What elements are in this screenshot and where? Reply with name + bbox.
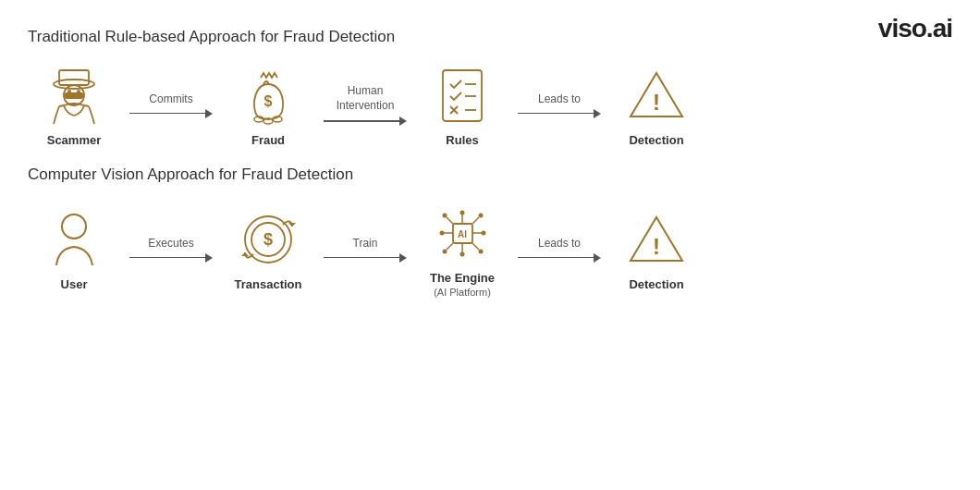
arrow-leads1-label: Leads to (538, 92, 581, 105)
arrow-commits: Commits (120, 92, 222, 118)
rules-item: Rules (416, 63, 508, 147)
arrow-leads2: Leads to (508, 237, 610, 263)
svg-line-34 (447, 217, 453, 224)
detection1-item: ! Detection (610, 63, 703, 147)
section1-title: Traditional Rule-based Approach for Frau… (28, 28, 952, 46)
arrow-leads2-line (518, 253, 601, 263)
section2-title: Computer Vision Approach for Fraud Detec… (28, 165, 952, 184)
user-icon (42, 207, 106, 272)
user-label: User (61, 277, 88, 291)
svg-text:!: ! (653, 90, 660, 115)
svg-rect-1 (59, 70, 89, 85)
engine-label: The Engine (430, 271, 495, 285)
arrow-train-line (324, 253, 407, 263)
arrow-executes-label: Executes (148, 237, 193, 250)
arrow-train: Train (314, 237, 416, 263)
detection2-icon: ! (624, 207, 689, 272)
svg-point-29 (459, 251, 464, 256)
detection1-label: Detection (629, 133, 683, 147)
svg-text:$: $ (263, 93, 272, 109)
svg-point-18 (62, 214, 86, 239)
svg-line-40 (472, 243, 479, 250)
diagram-row-1: Scammer Commits (28, 63, 952, 147)
svg-point-37 (478, 213, 483, 217)
svg-text:AI: AI (458, 229, 467, 239)
arrow-executes: Executes (120, 237, 222, 263)
svg-marker-22 (288, 223, 296, 227)
svg-line-36 (472, 217, 479, 224)
arrow-leads2-label: Leads to (538, 237, 581, 250)
fraud-label: Fraud (251, 133, 285, 147)
arrow-commits-label: Commits (149, 92, 192, 105)
arrow-leads1: Leads to (508, 92, 610, 118)
arrow-executes-line (129, 253, 213, 263)
arrow-leads1-line (518, 109, 601, 118)
transaction-label: Transaction (235, 277, 302, 291)
svg-line-38 (447, 243, 453, 250)
detection2-label: Detection (629, 277, 683, 291)
transaction-icon: $ (236, 207, 300, 272)
svg-point-4 (67, 90, 71, 93)
svg-point-39 (442, 249, 447, 253)
page-container: viso.ai Traditional Rule-based Approach … (0, 0, 980, 490)
scammer-item: Scammer (28, 63, 120, 147)
scammer-icon (42, 63, 106, 128)
engine-sublabel: (AI Platform) (434, 287, 491, 298)
svg-marker-23 (241, 252, 249, 256)
arrow-human: Human Intervention (314, 84, 416, 126)
svg-point-41 (478, 249, 483, 253)
rules-label: Rules (446, 133, 478, 147)
arrow-train-label: Train (353, 237, 378, 250)
engine-icon: AI (430, 201, 495, 265)
transaction-item: $ Transaction (222, 207, 314, 291)
rules-icon (430, 63, 495, 128)
svg-text:!: ! (653, 234, 660, 259)
scammer-label: Scammer (47, 133, 102, 147)
brand-logo: viso.ai (878, 14, 952, 43)
svg-point-5 (77, 90, 80, 93)
user-item: User (28, 207, 120, 291)
section-2: Computer Vision Approach for Fraud Detec… (28, 165, 952, 298)
arrow-human-label: Human Intervention (337, 84, 395, 113)
detection1-icon: ! (624, 63, 689, 128)
section-1: Traditional Rule-based Approach for Frau… (28, 28, 952, 147)
fraud-icon: $ (236, 63, 300, 128)
arrow-commits-line (129, 109, 213, 118)
svg-point-35 (442, 213, 447, 217)
engine-item: AI (416, 201, 508, 298)
svg-point-27 (459, 210, 464, 214)
svg-point-33 (481, 230, 485, 235)
detection2-item: ! Detection (610, 207, 703, 291)
arrow-human-line (324, 116, 407, 126)
fraud-item: $ Fraud (222, 63, 314, 147)
diagram-row-2: User Executes (28, 201, 952, 298)
svg-rect-3 (65, 92, 83, 99)
svg-text:$: $ (263, 230, 272, 249)
svg-point-31 (439, 230, 444, 235)
